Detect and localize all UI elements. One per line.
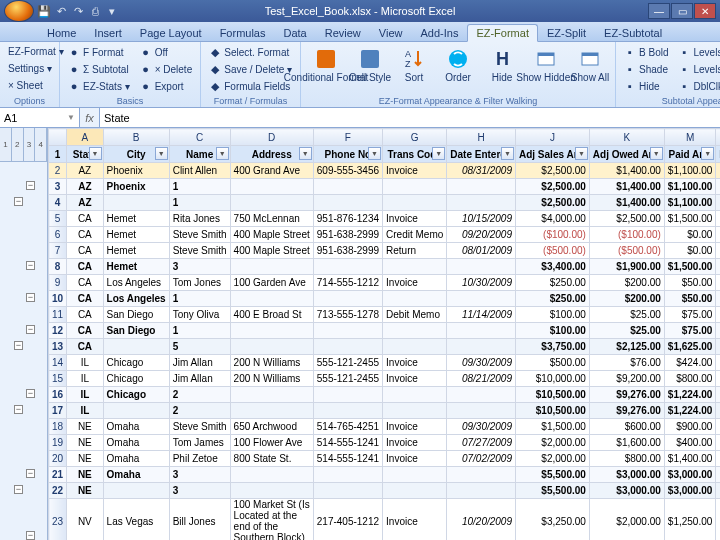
cell[interactable] (383, 467, 447, 483)
field-header[interactable]: Adj Sales Amt▼ (515, 146, 589, 163)
row-header-23[interactable]: 23 (49, 499, 67, 541)
row-header-6[interactable]: 6 (49, 227, 67, 243)
show-all-button[interactable]: Show All (569, 44, 611, 95)
cell[interactable]: Invoice (383, 435, 447, 451)
cell[interactable]: $1,250.00 (664, 499, 716, 541)
cell[interactable]: 08/21/2009 (447, 371, 516, 387)
tab-home[interactable]: Home (38, 24, 85, 41)
outline-collapse[interactable]: − (26, 469, 35, 478)
minimize-button[interactable]: — (648, 3, 670, 19)
cell[interactable]: 55.88% (716, 259, 720, 275)
cell[interactable]: Chicago (103, 371, 169, 387)
ribbon-btn[interactable]: ◆Formula Fields (205, 78, 296, 94)
field-header[interactable]: City▼ (103, 146, 169, 163)
cell[interactable]: IL (67, 387, 103, 403)
ribbon-btn[interactable]: ● EZ-Stats ▾ (64, 78, 134, 94)
cell[interactable]: Los Angeles (103, 291, 169, 307)
tab-view[interactable]: View (370, 24, 412, 41)
cell[interactable]: $5,500.00 (515, 467, 589, 483)
qat-save-icon[interactable]: 💾 (37, 4, 51, 18)
ribbon-btn[interactable]: ●× Delete (136, 61, 197, 77)
cell[interactable]: NE (67, 451, 103, 467)
cell[interactable]: $75.00 (664, 307, 716, 323)
tab-ezformat[interactable]: EZ-Format (467, 24, 538, 42)
cell[interactable]: Bill Jones (169, 499, 230, 541)
cell[interactable] (230, 323, 313, 339)
cell[interactable] (383, 387, 447, 403)
cell[interactable] (230, 339, 313, 355)
outline-collapse[interactable]: − (14, 405, 23, 414)
select-all-corner[interactable] (49, 129, 67, 146)
cell[interactable]: 3 (169, 467, 230, 483)
cell[interactable]: 25.00% (716, 307, 720, 323)
cell[interactable]: 25.00% (716, 323, 720, 339)
cell[interactable]: $250.00 (515, 275, 589, 291)
cell[interactable]: CA (67, 291, 103, 307)
cell[interactable]: Omaha (103, 451, 169, 467)
cell[interactable]: 10/15/2009 (447, 211, 516, 227)
row-header-21[interactable]: 21 (49, 467, 67, 483)
field-header[interactable]: Adj Owed Amt▼ (589, 146, 664, 163)
close-button[interactable]: ✕ (694, 3, 716, 19)
cell[interactable]: $10,500.00 (515, 387, 589, 403)
cell[interactable] (103, 483, 169, 499)
outline-collapse[interactable]: − (26, 531, 35, 540)
cell[interactable]: $1,224.00 (664, 403, 716, 419)
qat-more-icon[interactable]: ▾ (105, 4, 119, 18)
cell[interactable]: $2,125.00 (589, 339, 664, 355)
cell[interactable]: 1 (169, 179, 230, 195)
tab-ezsplit[interactable]: EZ-Split (538, 24, 595, 41)
cell[interactable]: Clint Allen (169, 163, 230, 179)
cell[interactable] (230, 483, 313, 499)
cell[interactable]: 951-638-2999 (313, 243, 382, 259)
cell[interactable]: $1,500.00 (664, 211, 716, 227)
cell[interactable] (313, 259, 382, 275)
name-box[interactable]: A1▼ (0, 108, 80, 127)
cell[interactable] (447, 467, 516, 483)
cell[interactable]: $1,625.00 (664, 339, 716, 355)
field-header[interactable]: Trans Code▼ (383, 146, 447, 163)
outline-level-3[interactable]: 3 (24, 128, 36, 162)
cell[interactable]: $400.00 (664, 435, 716, 451)
cell[interactable]: 54.55% (716, 483, 720, 499)
ribbon-btn[interactable]: ▪DblClkFilter (675, 78, 721, 94)
tab-addins[interactable]: Add-Ins (411, 24, 467, 41)
cell[interactable] (313, 291, 382, 307)
cell[interactable]: 217-405-1212 (313, 499, 382, 541)
col-header-G[interactable]: G (383, 129, 447, 146)
cell[interactable] (383, 483, 447, 499)
cell[interactable]: Omaha (103, 467, 169, 483)
cell[interactable]: 3 (169, 259, 230, 275)
col-header-C[interactable]: C (169, 129, 230, 146)
field-header[interactable]: Date Entered▼ (447, 146, 516, 163)
cell[interactable] (230, 179, 313, 195)
cell[interactable]: Jim Allan (169, 355, 230, 371)
cell[interactable]: $1,400.00 (589, 179, 664, 195)
cell[interactable]: 514-765-4251 (313, 419, 382, 435)
cell[interactable]: $2,500.00 (589, 211, 664, 227)
col-header-N[interactable]: N (716, 129, 720, 146)
cell[interactable]: 56.00% (716, 163, 720, 179)
cell[interactable]: 80.00% (716, 275, 720, 291)
cell[interactable]: $10,500.00 (515, 403, 589, 419)
cell[interactable]: 100.00% (716, 243, 720, 259)
row-header-22[interactable]: 22 (49, 483, 67, 499)
cell[interactable]: Chicago (103, 387, 169, 403)
cell[interactable]: $9,200.00 (589, 371, 664, 387)
col-header-B[interactable]: B (103, 129, 169, 146)
cell[interactable]: 09/30/2009 (447, 355, 516, 371)
cell[interactable]: NE (67, 467, 103, 483)
cell[interactable]: Debit Memo (383, 307, 447, 323)
cell[interactable]: $1,100.00 (664, 163, 716, 179)
cell[interactable]: 09/30/2009 (447, 419, 516, 435)
row-header-4[interactable]: 4 (49, 195, 67, 211)
filter-icon[interactable]: ▼ (155, 147, 168, 160)
row-header-14[interactable]: 14 (49, 355, 67, 371)
cell[interactable]: Las Vegas (103, 499, 169, 541)
cell[interactable] (230, 387, 313, 403)
cell[interactable]: CA (67, 307, 103, 323)
row-header-18[interactable]: 18 (49, 419, 67, 435)
ribbon-btn[interactable]: ●F Format (64, 44, 134, 60)
qat-redo-icon[interactable]: ↷ (71, 4, 85, 18)
field-header[interactable]: Pct of Sale▼ (716, 146, 720, 163)
